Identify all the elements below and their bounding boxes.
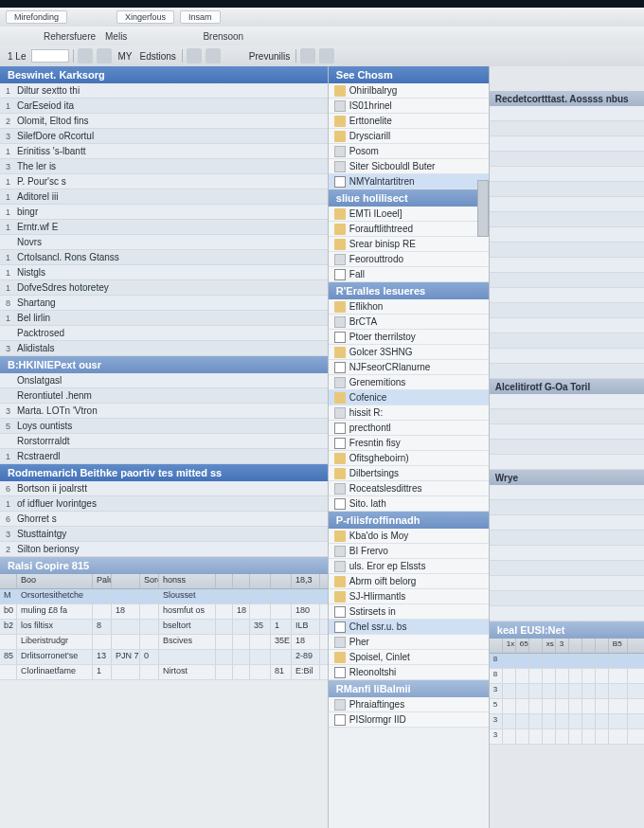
list-item[interactable]: 6Ghorret s [0,512,328,527]
list-item[interactable]: 1Diltur sextto thi [0,83,328,99]
column-header[interactable] [112,574,140,588]
tree-item[interactable]: Fall [329,267,489,282]
left-section-header-3[interactable]: Rodmemarich Beithke paortiv tes mitted s… [0,464,328,481]
list-item[interactable] [490,243,644,258]
table-row[interactable]: b2los filtisx8bseltort351ILB [0,620,328,635]
list-item[interactable]: 2Silton berionsy [0,542,328,557]
tree-item[interactable]: IS01hrinel [329,99,489,114]
toolbar-btn-5[interactable] [300,48,315,63]
list-item[interactable]: 6Bortson ii joalrstt [0,481,328,496]
mid-section-header-2[interactable]: sliue holilisect [329,189,489,207]
list-item[interactable] [490,576,644,591]
tree-item[interactable]: Sstirsets in [329,604,489,620]
tree-item[interactable]: Forauftlithtreed [329,222,489,237]
list-item[interactable]: Rerontiutel .henm [0,388,328,404]
mid-section-header-1[interactable]: See Chosm [329,66,489,83]
list-item[interactable] [490,349,644,364]
list-item[interactable] [490,106,644,121]
tree-item[interactable]: Ohirilbalryg [329,83,489,99]
tree-item[interactable]: Ptoer therrilstoy [329,330,489,345]
table-row[interactable]: 8 [490,654,644,669]
tree-item[interactable]: Siter Sicbouldl Buter [329,159,489,174]
list-item[interactable]: 5Loys ountists [0,419,328,434]
table-row[interactable]: 5 [490,699,644,714]
list-item[interactable]: 1Erinitiss 's-lbantt [0,144,328,159]
list-item[interactable] [490,546,644,561]
tree-item[interactable]: PISlormgr IID [329,712,489,728]
tree-item[interactable]: Golcer 3SHNG [329,345,489,360]
list-item[interactable] [490,288,644,303]
column-header[interactable]: Soronsfitz [140,574,159,588]
tree-item[interactable]: Spoisel, Cinlet [329,650,489,665]
tree-item[interactable]: SJ-Hlirmantls [329,589,489,604]
list-item[interactable]: 1Erntr.wf E [0,220,328,235]
list-item[interactable] [490,121,644,136]
tree-item[interactable]: Posom [329,144,489,159]
column-header[interactable]: 65 [516,639,529,653]
tree-item[interactable]: EMTi ILoeel] [329,207,489,222]
tree-item[interactable]: Phraiaftinges [329,697,489,712]
list-item[interactable]: 8Shartang [0,296,328,311]
column-header[interactable]: 18,3 [292,574,320,588]
list-item[interactable] [490,531,644,546]
list-item[interactable]: 1bingr [0,205,328,220]
list-item[interactable]: 2Olomit, Eltod fins [0,114,328,129]
list-item[interactable] [490,227,644,243]
table-row[interactable]: Clorlinaetfame1Nirtost81E:Bil [0,665,328,680]
table-row[interactable]: MOrsortesithetcheSlousset [0,589,328,604]
mid-section-header-5[interactable]: RManfi liBalmii [329,680,489,697]
table-row[interactable]: 3 [490,714,644,729]
list-item[interactable]: 1P. Pour'sc s [0,174,328,189]
list-item[interactable] [490,333,644,349]
list-item[interactable] [490,485,644,500]
column-header[interactable] [529,639,543,653]
list-item[interactable] [490,167,644,182]
tree-item[interactable]: Fresntin fisy [329,436,489,451]
tree-item[interactable]: NMYalntartitren [329,174,489,189]
list-item[interactable]: 3SilefDore oRcortul [0,129,328,144]
tree-item[interactable]: precthontl [329,421,489,436]
table-row[interactable]: b0muling £8 fa18hosmfut os18180 [0,604,328,620]
list-item[interactable] [490,455,644,470]
toolbar-btn-3[interactable] [187,48,202,63]
list-item[interactable] [490,197,644,212]
column-header[interactable]: xs [543,639,556,653]
list-item[interactable]: 1Bel lirlin [0,311,328,326]
toolbar-btn-2[interactable] [97,48,112,63]
tree-item[interactable]: Srear binisp RE [329,237,489,252]
list-item[interactable] [490,258,644,273]
list-item[interactable] [490,136,644,152]
list-item[interactable]: 1Aditorel iii [0,189,328,205]
right-section-header-2[interactable]: Alcelitirotf G-Oa Toril [490,379,644,394]
list-item[interactable]: 1Nistgls [0,265,328,280]
list-item[interactable]: Onslatgasl [0,373,328,388]
tree-item[interactable]: Sito. lath [329,496,489,512]
tree-item[interactable]: Cofenice [329,390,489,405]
list-item[interactable] [490,561,644,576]
table-row[interactable]: LiberistrudgrBscives35E18 [0,635,328,650]
list-item[interactable] [490,424,644,440]
column-header[interactable] [250,574,271,588]
list-item[interactable] [490,303,644,318]
column-header[interactable] [216,574,233,588]
titlebar-tab-3[interactable]: Insam [180,10,221,24]
tree-item[interactable]: Chel ssr.u. bs [329,620,489,635]
tree-item[interactable]: Kba'do is Moy [329,529,489,544]
column-header[interactable]: Boo [17,574,93,588]
column-header[interactable] [582,639,596,653]
list-item[interactable]: 1CarEseiod ita [0,99,328,114]
list-item[interactable] [490,394,644,409]
column-header[interactable] [233,574,250,588]
list-item[interactable]: Packtrosed [0,326,328,341]
list-item[interactable] [490,212,644,227]
toolbar-btn-6[interactable] [319,48,334,63]
list-item[interactable] [490,182,644,197]
toolbar-btn-4[interactable] [206,48,221,63]
tree-item[interactable]: Abrm oift belorg [329,574,489,589]
left-section-header-1[interactable]: Beswinet. Karksorg [0,66,328,83]
list-item[interactable] [490,440,644,455]
mid-section-header-3[interactable]: R'Eralles lesueres [329,282,489,299]
tree-item[interactable]: Feorouttrodo [329,252,489,267]
tree-item[interactable]: uls. Eror ep Elssts [329,559,489,574]
list-item[interactable] [490,515,644,531]
